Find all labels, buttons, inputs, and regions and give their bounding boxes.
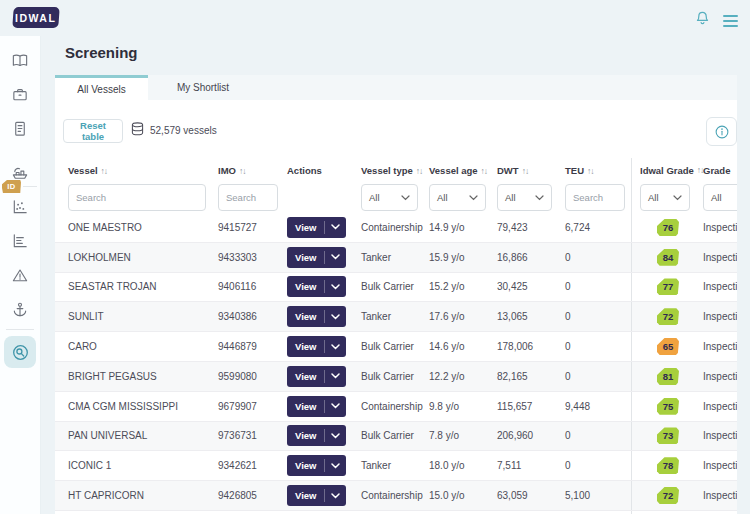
actions-cell: View xyxy=(274,366,348,387)
view-button[interactable]: View xyxy=(287,425,346,446)
imo-cell: 9342621 xyxy=(205,460,274,471)
reset-table-button[interactable]: Reset table xyxy=(63,119,123,143)
view-button[interactable]: View xyxy=(287,276,346,297)
anchor-icon[interactable] xyxy=(11,301,29,319)
column-header-vessel-age[interactable]: Vessel age↑↓ xyxy=(416,165,484,176)
view-button[interactable]: View xyxy=(287,485,346,506)
grade-badge: 72 xyxy=(657,487,679,504)
imo-cell: 9406116 xyxy=(205,281,274,292)
book-open-icon[interactable] xyxy=(11,52,29,70)
tab-my-shortlist[interactable]: My Shortlist xyxy=(148,75,258,100)
menu-hamburger-icon[interactable] xyxy=(723,15,738,27)
teu-cell: 9,448 xyxy=(552,401,631,412)
view-button[interactable]: View xyxy=(287,247,346,268)
divider xyxy=(6,329,34,330)
vessel-type-cell: Containership xyxy=(348,401,416,412)
tab-bar: All Vessels My Shortlist xyxy=(55,75,737,100)
vessel-search-input[interactable] xyxy=(68,184,206,211)
grade-badge: 72 xyxy=(657,308,679,325)
vessel-age-cell: 14.9 y/o xyxy=(416,222,484,233)
sidebar: ID xyxy=(0,36,41,514)
column-header-dwt[interactable]: DWT↑↓ xyxy=(484,165,552,176)
scatter-chart-icon[interactable] xyxy=(11,198,29,216)
sort-icon: ↑↓ xyxy=(587,166,594,176)
table-row: ICONIC 1 9342621 View Tanker 18.0 y/o 7,… xyxy=(55,451,737,481)
idwal-grade-cell: 76 xyxy=(631,213,690,242)
idwal-grade-filter-select[interactable]: All xyxy=(640,184,690,211)
actions-cell: View xyxy=(274,217,348,238)
teu-cell: 0 xyxy=(552,460,631,471)
grade-badge: 84 xyxy=(657,249,679,266)
screen: IDWAL ID xyxy=(0,0,750,514)
report-document-icon[interactable] xyxy=(11,120,29,138)
chevron-down-icon[interactable] xyxy=(325,463,346,469)
actions-cell: View xyxy=(274,276,348,297)
idwal-grade-cell: 72 xyxy=(631,481,690,510)
column-header-teu[interactable]: TEU↑↓ xyxy=(552,165,631,176)
chevron-down-icon[interactable] xyxy=(325,403,346,409)
grade-type-cell: Inspection xyxy=(690,371,737,382)
chevron-down-icon[interactable] xyxy=(325,224,346,230)
divider xyxy=(23,186,37,187)
tab-all-vessels[interactable]: All Vessels xyxy=(55,75,148,100)
info-button[interactable] xyxy=(706,117,737,146)
notifications-bell-icon[interactable] xyxy=(694,10,711,31)
actions-cell: View xyxy=(274,425,348,446)
teu-cell: 5,100 xyxy=(552,490,631,501)
table-row: ONE MAESTRO 9415727 View Containership 1… xyxy=(55,213,737,243)
teu-search-input[interactable] xyxy=(565,184,625,211)
grade-badge: 73 xyxy=(657,427,679,444)
view-button[interactable]: View xyxy=(287,217,346,238)
actions-cell: View xyxy=(274,396,348,417)
column-header-idwal-grade[interactable]: Idwal Grade↑↓ xyxy=(631,158,690,182)
chevron-down-icon[interactable] xyxy=(325,373,346,379)
briefcase-icon[interactable] xyxy=(11,86,29,104)
view-button[interactable]: View xyxy=(287,306,346,327)
dwt-cell: 30,425 xyxy=(484,281,552,292)
dwt-cell: 13,065 xyxy=(484,311,552,322)
vessel-age-filter-select[interactable]: All xyxy=(429,184,486,211)
chevron-down-icon[interactable] xyxy=(325,433,346,439)
chevron-down-icon[interactable] xyxy=(325,314,346,320)
vessel-age-cell: 14.6 y/o xyxy=(416,341,484,352)
dwt-filter-select[interactable]: All xyxy=(497,184,552,211)
grade-badge: 81 xyxy=(657,368,679,385)
imo-cell: 9736731 xyxy=(205,430,274,441)
vessel-type-filter-select[interactable]: All xyxy=(361,184,418,211)
chevron-down-icon[interactable] xyxy=(325,254,346,260)
dwt-cell: 63,059 xyxy=(484,490,552,501)
column-header-grade[interactable]: Grade xyxy=(690,165,737,176)
warning-triangle-icon[interactable] xyxy=(11,267,29,285)
column-header-imo[interactable]: IMO↑↓ xyxy=(205,165,274,176)
table-row: BRIGHT PEGASUS 9599080 View Bulk Carrier… xyxy=(55,362,737,392)
chevron-down-icon[interactable] xyxy=(325,284,346,290)
imo-cell: 9426805 xyxy=(205,490,274,501)
actions-cell: View xyxy=(274,247,348,268)
column-header-vessel-type[interactable]: Vessel type↑↓ xyxy=(348,165,416,176)
chevron-down-icon[interactable] xyxy=(325,493,346,499)
vessel-age-cell: 15.9 y/o xyxy=(416,252,484,263)
screening-icon xyxy=(11,343,30,362)
view-button[interactable]: View xyxy=(287,396,346,417)
chevron-down-icon[interactable] xyxy=(325,344,346,350)
view-button[interactable]: View xyxy=(287,455,346,476)
vessel-type-cell: Tanker xyxy=(348,252,416,263)
teu-cell: 0 xyxy=(552,430,631,441)
grade-type-cell: Inspection xyxy=(690,401,737,412)
vessel-name-cell: ONE MAESTRO xyxy=(55,222,205,233)
bar-chart-icon[interactable] xyxy=(11,232,29,250)
grade-filter-select[interactable]: All xyxy=(703,184,737,211)
ship-icon[interactable] xyxy=(11,164,29,182)
vessel-name-cell: SUNLIT xyxy=(55,311,205,322)
view-button[interactable]: View xyxy=(287,366,346,387)
column-header-actions: Actions xyxy=(274,165,348,176)
imo-search-input[interactable] xyxy=(218,184,278,211)
view-button[interactable]: View xyxy=(287,336,346,357)
actions-cell: View xyxy=(274,455,348,476)
vessel-type-cell: Bulk Carrier xyxy=(348,430,416,441)
sidebar-item-screening-active[interactable] xyxy=(4,336,36,368)
idwal-grade-cell: 65 xyxy=(631,332,690,361)
idwal-grade-cell: 84 xyxy=(631,243,690,272)
column-header-vessel[interactable]: Vessel↑↓ xyxy=(55,165,205,176)
actions-cell: View xyxy=(274,336,348,357)
